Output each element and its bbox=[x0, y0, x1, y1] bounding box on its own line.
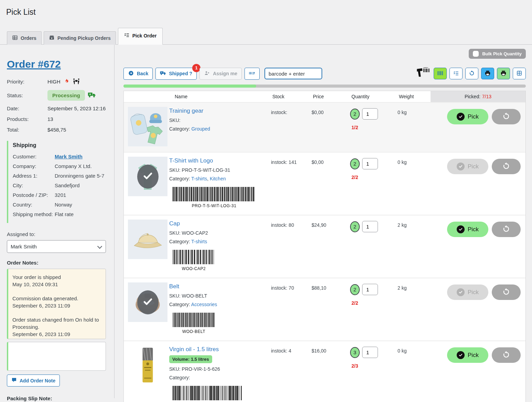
header-name: Name bbox=[169, 91, 271, 102]
tab-pick-order[interactable]: Pick Order bbox=[118, 28, 163, 45]
packing-slip-label: Packing Slip Note: bbox=[7, 395, 106, 401]
priority-value: HIGH bbox=[47, 79, 61, 85]
row-undo-button[interactable] bbox=[492, 109, 521, 124]
total-value: $458,75 bbox=[47, 127, 66, 133]
picked-overlay bbox=[128, 282, 167, 322]
barcode-label: WOO-BELT bbox=[172, 329, 215, 334]
barcode-icon bbox=[437, 70, 444, 77]
print-alt-button[interactable] bbox=[497, 68, 510, 79]
tab-pending-pickup-orders[interactable]: Pending Pickup Orders bbox=[44, 31, 116, 45]
shipping-row: Country: Norway bbox=[13, 202, 106, 208]
date-label: Date: bbox=[7, 105, 47, 111]
category-link[interactable]: Grouped bbox=[192, 126, 210, 132]
product-price: $24,90 bbox=[312, 220, 350, 272]
row-undo-button[interactable] bbox=[492, 222, 521, 237]
product-weight: 2 kg bbox=[398, 220, 431, 272]
undo-icon bbox=[502, 162, 510, 171]
table-header: Name Stock Price Quantity Weight Picked:… bbox=[124, 91, 525, 102]
pick-button[interactable]: Pick bbox=[447, 222, 488, 237]
page-title: Pick List bbox=[0, 0, 532, 17]
product-name-link[interactable]: Training gear bbox=[169, 108, 204, 114]
shipping-row-value: Dronningens gate 5-7 bbox=[55, 173, 104, 179]
quantity-input[interactable] bbox=[362, 221, 378, 232]
product-weight: 0 kg bbox=[398, 157, 431, 209]
product-category: Category: T-shirts bbox=[169, 239, 271, 244]
total-label: Total: bbox=[7, 127, 47, 133]
shipping-row-label: Address 1: bbox=[13, 173, 55, 179]
barcode-mode-button[interactable] bbox=[434, 68, 447, 79]
category-link[interactable]: Kitchen bbox=[210, 176, 226, 181]
picked-overlay bbox=[128, 157, 167, 196]
assigned-to-label: Assigned to: bbox=[7, 231, 106, 237]
quantity-badge: 2 bbox=[350, 109, 360, 120]
product-name-link[interactable]: Cap bbox=[169, 220, 180, 227]
quantity-input[interactable] bbox=[362, 347, 378, 358]
header-picked: Picked: 7/13 bbox=[431, 91, 525, 102]
truck-icon bbox=[160, 70, 166, 77]
product-row: T-Shirt with Logo SKU: PRO-T-S-WIT-LOG-3… bbox=[124, 152, 525, 215]
print-button[interactable] bbox=[481, 68, 494, 79]
pick-list-view-button[interactable] bbox=[449, 68, 463, 79]
barcode-pencil-icon bbox=[249, 70, 255, 77]
row-undo-button[interactable] bbox=[492, 347, 521, 363]
quantity-input[interactable] bbox=[362, 158, 378, 169]
pick-toolbar: Back Shipped ? 1 Assign me bbox=[123, 67, 526, 80]
bulk-pick-checkbox[interactable] bbox=[473, 51, 479, 57]
barcode-input[interactable] bbox=[264, 68, 322, 79]
product-name-link[interactable]: T-Shirt with Logo bbox=[169, 157, 213, 164]
assigned-to-select[interactable]: Mark Smith bbox=[7, 240, 106, 253]
product-category: Category: bbox=[169, 375, 271, 380]
product-name-link[interactable]: Belt bbox=[169, 283, 179, 290]
barcode-scanner-icon[interactable] bbox=[416, 67, 430, 80]
shipping-row: City: Sandefjord bbox=[13, 182, 106, 188]
checklist-icon bbox=[453, 70, 459, 77]
barcode-label: WOO-CAP2 bbox=[172, 266, 215, 271]
bulk-pick-quantity-toggle[interactable]: Bulk Pick Quantity bbox=[469, 49, 526, 59]
quantity-input[interactable] bbox=[362, 284, 378, 295]
shipping-row-value[interactable]: Mark Smith bbox=[55, 154, 83, 159]
product-image bbox=[128, 345, 167, 385]
shipping-row-value: Sandefjord bbox=[55, 182, 80, 188]
pick-button[interactable]: Pick bbox=[447, 284, 488, 300]
product-sku: SKU: PRO-T-S-WIT-LOG-31 bbox=[169, 167, 271, 173]
row-undo-button[interactable] bbox=[492, 159, 521, 174]
product-image bbox=[128, 107, 167, 146]
shipping-row: Company: Company X Ltd. bbox=[13, 163, 106, 169]
product-row: Cap SKU: WOO-CAP2 Category: T-shirts WOO… bbox=[124, 215, 525, 278]
assign-me-button[interactable]: Assign me bbox=[199, 68, 242, 80]
shipping-row-value: 3201 bbox=[55, 192, 66, 198]
category-link[interactable]: T-shirts bbox=[191, 176, 207, 181]
shipping-row-label: Company: bbox=[13, 163, 55, 169]
category-link[interactable]: T-shirts bbox=[191, 239, 207, 244]
tab-label: Orders bbox=[21, 35, 36, 41]
customer-link: Mark Smith bbox=[55, 154, 83, 159]
row-undo-button[interactable] bbox=[492, 284, 521, 300]
add-order-note-label: Add Order Note bbox=[20, 378, 55, 383]
pick-button[interactable]: Pick bbox=[447, 159, 488, 174]
pick-button[interactable]: Pick bbox=[447, 347, 488, 363]
product-price: $0,00 bbox=[312, 107, 350, 146]
grid-view-button[interactable] bbox=[513, 68, 526, 79]
product-name-link[interactable]: Virgin oil - 1.5 litres bbox=[169, 346, 219, 353]
barcode-label: PRO-T-S-WIT-LOG-31 bbox=[172, 203, 256, 208]
table-icon bbox=[12, 35, 18, 42]
shipped-button[interactable]: Shipped ? 1 bbox=[155, 68, 197, 80]
header-quantity: Quantity bbox=[350, 91, 398, 102]
total-row: Total: $458,75 bbox=[7, 127, 106, 133]
note-icon bbox=[11, 377, 17, 384]
product-stock: instock: 4 bbox=[271, 345, 312, 402]
pick-button[interactable]: Pick bbox=[447, 109, 488, 124]
quantity-input[interactable] bbox=[362, 108, 378, 120]
order-number-link[interactable]: Order #672 bbox=[7, 58, 61, 70]
new-order-note-input[interactable] bbox=[7, 342, 106, 371]
product-image bbox=[128, 220, 167, 259]
back-button[interactable]: Back bbox=[123, 68, 153, 80]
tab-orders[interactable]: Orders bbox=[7, 31, 42, 45]
add-order-note-button[interactable]: Add Order Note bbox=[7, 375, 60, 387]
reset-button[interactable] bbox=[465, 68, 478, 79]
order-notes-history[interactable]: Your order is shipped May 10, 2024 09:31… bbox=[7, 269, 106, 339]
barcode-edit-button[interactable] bbox=[245, 68, 260, 80]
category-link[interactable]: Accessories bbox=[191, 302, 217, 307]
product-row: Belt SKU: WOO-BELT Category: Accessories… bbox=[124, 278, 525, 340]
picked-fraction: 2/2 bbox=[351, 175, 398, 180]
